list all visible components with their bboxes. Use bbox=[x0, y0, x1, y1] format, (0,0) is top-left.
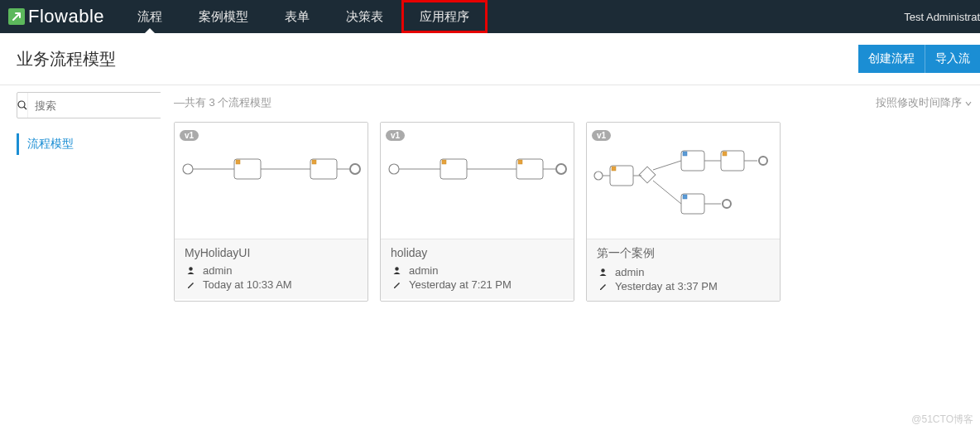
svg-point-2 bbox=[183, 164, 193, 174]
model-modified: Yesterday at 3:37 PM bbox=[597, 280, 770, 292]
model-modified: Today at 10:33 AM bbox=[185, 278, 358, 291]
svg-point-21 bbox=[395, 267, 398, 270]
content: 流程模型 —共有 3 个流程模型 按照修改时间降序 v1MyHolidayUIa… bbox=[0, 85, 980, 302]
main: —共有 3 个流程模型 按照修改时间降序 v1MyHolidayUIadminT… bbox=[174, 85, 980, 302]
svg-point-10 bbox=[350, 164, 360, 174]
user-icon bbox=[391, 266, 402, 275]
toolbar: —共有 3 个流程模型 按照修改时间降序 bbox=[174, 92, 980, 122]
nav-tab-4[interactable]: 应用程序 bbox=[401, 0, 488, 33]
svg-point-22 bbox=[594, 172, 603, 180]
owner-label: admin bbox=[409, 264, 438, 277]
user-icon bbox=[597, 268, 608, 277]
svg-rect-33 bbox=[723, 152, 727, 156]
model-owner: admin bbox=[391, 264, 564, 277]
svg-rect-38 bbox=[683, 195, 687, 199]
create-process-button[interactable]: 创建流程 bbox=[858, 45, 925, 73]
svg-point-0 bbox=[18, 101, 25, 108]
svg-rect-25 bbox=[612, 167, 616, 171]
nav-tab-0[interactable]: 流程 bbox=[119, 0, 180, 33]
svg-rect-5 bbox=[236, 160, 240, 164]
search-box[interactable] bbox=[17, 92, 161, 118]
user-menu[interactable]: Test Administrat bbox=[904, 0, 980, 33]
model-owner: admin bbox=[185, 264, 358, 277]
svg-point-11 bbox=[189, 267, 192, 270]
svg-line-28 bbox=[653, 161, 681, 170]
model-preview: v1 bbox=[175, 123, 368, 239]
svg-point-40 bbox=[723, 200, 731, 208]
page-title: 业务流程模型 bbox=[17, 48, 116, 70]
import-process-button[interactable]: 导入流 bbox=[925, 45, 980, 73]
sort-dropdown[interactable]: 按照修改时间降序 bbox=[876, 95, 972, 110]
svg-point-35 bbox=[759, 157, 767, 165]
search-input[interactable] bbox=[28, 93, 180, 118]
svg-rect-30 bbox=[683, 152, 687, 156]
svg-point-20 bbox=[556, 164, 566, 174]
model-card[interactable]: v1holidayadminYesterday at 7:21 PM bbox=[380, 122, 574, 302]
sort-label: 按照修改时间降序 bbox=[876, 95, 962, 110]
nav-tab-1[interactable]: 案例模型 bbox=[180, 0, 267, 33]
owner-label: admin bbox=[203, 264, 232, 277]
bpmn-diagram-icon bbox=[180, 144, 363, 196]
svg-rect-15 bbox=[442, 160, 446, 164]
nav-tab-3[interactable]: 决策表 bbox=[328, 0, 401, 33]
svg-point-41 bbox=[601, 268, 604, 272]
modified-label: Yesterday at 7:21 PM bbox=[409, 278, 512, 291]
svg-rect-18 bbox=[518, 160, 522, 164]
svg-rect-27 bbox=[639, 167, 656, 183]
nav-tabs: 流程案例模型表单决策表应用程序 bbox=[119, 0, 488, 33]
version-badge: v1 bbox=[386, 130, 405, 141]
pencil-icon bbox=[185, 280, 196, 289]
model-info: 第一个案例adminYesterday at 3:37 PM bbox=[587, 239, 780, 301]
svg-line-1 bbox=[24, 107, 26, 109]
user-icon bbox=[185, 266, 196, 275]
model-count: —共有 3 个流程模型 bbox=[174, 95, 271, 110]
model-title: holiday bbox=[391, 246, 564, 259]
logo-text: Flowable bbox=[28, 6, 104, 27]
model-modified: Yesterday at 7:21 PM bbox=[391, 278, 564, 291]
sidebar: 流程模型 bbox=[0, 85, 174, 302]
model-preview: v1 bbox=[587, 123, 780, 239]
search-icon bbox=[17, 93, 28, 118]
subheader: 业务流程模型 创建流程 导入流 bbox=[0, 33, 980, 85]
bpmn-diagram-icon bbox=[592, 144, 775, 229]
svg-line-36 bbox=[653, 181, 681, 204]
sidebar-item-process-models[interactable]: 流程模型 bbox=[17, 133, 174, 155]
nav-tab-2[interactable]: 表单 bbox=[267, 0, 328, 33]
model-info: MyHolidayUIadminToday at 10:33 AM bbox=[175, 239, 368, 299]
model-preview: v1 bbox=[381, 123, 574, 239]
model-card[interactable]: v1MyHolidayUIadminToday at 10:33 AM bbox=[174, 122, 368, 302]
model-title: MyHolidayUI bbox=[185, 246, 358, 259]
model-owner: admin bbox=[597, 266, 770, 278]
modified-label: Today at 10:33 AM bbox=[203, 278, 292, 291]
modified-label: Yesterday at 3:37 PM bbox=[615, 280, 718, 292]
navbar: Flowable 流程案例模型表单决策表应用程序 Test Administra… bbox=[0, 0, 980, 33]
subheader-actions: 创建流程 导入流 bbox=[858, 45, 980, 73]
svg-point-12 bbox=[389, 164, 399, 174]
model-card[interactable]: v1第一个案例adminYesterday at 3:37 PM bbox=[586, 122, 781, 302]
chevron-down-icon bbox=[965, 97, 972, 109]
model-cards: v1MyHolidayUIadminToday at 10:33 AMv1hol… bbox=[174, 122, 980, 302]
pencil-icon bbox=[391, 280, 402, 289]
user-label: Test Administrat bbox=[904, 11, 980, 23]
logo-icon bbox=[8, 8, 25, 25]
model-info: holidayadminYesterday at 7:21 PM bbox=[381, 239, 574, 299]
owner-label: admin bbox=[615, 266, 644, 278]
version-badge: v1 bbox=[592, 130, 611, 141]
model-title: 第一个案例 bbox=[597, 246, 770, 261]
bpmn-diagram-icon bbox=[386, 144, 569, 196]
logo[interactable]: Flowable bbox=[0, 0, 119, 33]
pencil-icon bbox=[597, 282, 608, 291]
version-badge: v1 bbox=[180, 130, 199, 141]
svg-rect-8 bbox=[312, 160, 316, 164]
